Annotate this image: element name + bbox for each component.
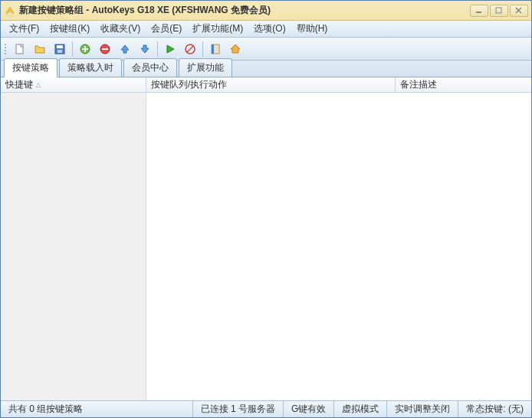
column-shortcut[interactable]: 快捷键△ [1,77,146,92]
column-remark[interactable]: 备注描述 [396,77,531,92]
menubar: 文件(F) 按键组(K) 收藏夹(V) 会员(E) 扩展功能(M) 选项(O) … [1,21,531,38]
add-button[interactable] [76,40,94,58]
table-left-panel [1,93,146,400]
menu-extension[interactable]: 扩展功能(M) [187,21,248,37]
menu-favorites[interactable]: 收藏夹(V) [95,21,146,37]
svg-rect-7 [57,50,62,53]
svg-rect-1 [496,8,501,13]
new-button[interactable] [11,40,29,58]
toolbar-grip [4,41,8,58]
status-realtime: 实时调整关闭 [386,401,458,417]
statusbar: 共有 0 组按键策略 已连接 1 号服务器 G键有效 虚拟模式 实时调整关闭 常… [1,400,531,417]
menu-options[interactable]: 选项(O) [248,21,291,37]
svg-line-14 [187,46,193,52]
status-count: 共有 0 组按键策略 [1,401,192,417]
status-server: 已连接 1 号服务器 [192,401,283,417]
table-header: 快捷键△ 按键队列/执行动作 备注描述 [1,77,531,93]
column-queue[interactable]: 按键队列/执行动作 [146,77,396,92]
status-normal-key: 常态按键: (无) [458,401,531,417]
tab-extension[interactable]: 扩展功能 [179,58,232,77]
stop-button[interactable] [181,40,199,58]
table-body [1,93,531,400]
home-button[interactable] [226,40,245,58]
menu-member[interactable]: 会员(E) [146,21,187,37]
sort-indicator-icon: △ [36,81,41,88]
tab-member-center[interactable]: 会员中心 [123,58,177,77]
app-icon [4,5,16,17]
close-button[interactable] [510,5,528,17]
titlebar: 新建按键策略组 - AutoKeys G18 XE (XFSHWANG 免费会员… [1,1,531,21]
status-virtual: 虚拟模式 [333,401,386,417]
toolbar-separator [157,41,158,57]
content-area: 快捷键△ 按键队列/执行动作 备注描述 [1,77,531,400]
status-gkey: G键有效 [283,401,333,417]
toolbar [1,38,531,61]
tab-on-load[interactable]: 策略载入时 [59,58,122,77]
svg-rect-4 [16,44,23,54]
minimize-button[interactable] [470,5,488,17]
move-down-button[interactable] [136,40,154,58]
run-button[interactable] [161,40,179,58]
toolbar-separator [202,41,203,57]
window-title: 新建按键策略组 - AutoKeys G18 XE (XFSHWANG 免费会员… [19,4,470,17]
svg-rect-6 [57,45,63,48]
maximize-button[interactable] [490,5,508,17]
menu-help[interactable]: 帮助(H) [291,21,333,37]
menu-file[interactable]: 文件(F) [4,21,44,37]
table-right-panel [146,93,531,400]
move-up-button[interactable] [116,40,134,58]
help-button[interactable] [206,40,225,58]
column-label: 快捷键 [5,78,33,91]
remove-button[interactable] [96,40,114,58]
tabbar: 按键策略 策略载入时 会员中心 扩展功能 [1,61,531,77]
save-button[interactable] [51,40,69,58]
window-controls [470,5,528,17]
tab-key-strategy[interactable]: 按键策略 [4,58,57,77]
open-button[interactable] [31,40,49,58]
toolbar-separator [72,41,73,57]
menu-keygroup[interactable]: 按键组(K) [44,21,95,37]
svg-rect-16 [212,44,214,54]
